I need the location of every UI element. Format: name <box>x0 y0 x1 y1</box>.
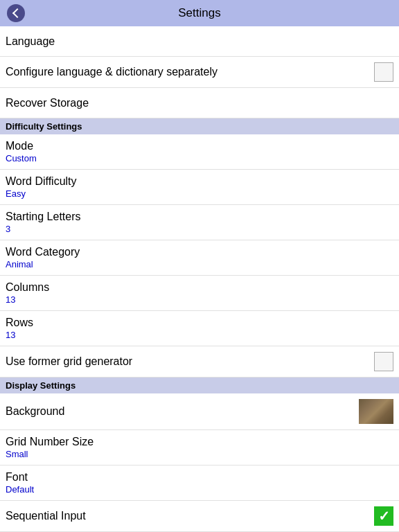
row-rows[interactable]: Rows 13 <box>0 311 399 346</box>
row-columns[interactable]: Columns 13 <box>0 276 399 311</box>
row-sequential-input[interactable]: Sequential Input <box>0 501 399 532</box>
sequential-input-label: Sequential Input <box>6 510 86 522</box>
use-former-grid-checkbox[interactable] <box>374 352 393 371</box>
mode-value: Custom <box>6 153 37 163</box>
word-category-value: Animal <box>6 259 80 269</box>
top-settings-section: Language Configure language & dictionary… <box>0 26 399 118</box>
grid-number-size-label: Grid Number Size <box>6 436 94 448</box>
starting-letters-value: 3 <box>6 224 81 234</box>
language-label: Language <box>6 35 55 48</box>
configure-language-checkbox[interactable] <box>374 62 393 82</box>
font-value: Default <box>6 484 34 495</box>
rows-label: Rows <box>6 317 33 329</box>
row-background[interactable]: Background <box>0 393 399 430</box>
font-label: Font <box>6 471 34 484</box>
title-bar: Settings <box>0 0 399 26</box>
starting-letters-label: Starting Letters <box>6 211 81 223</box>
row-configure-language[interactable]: Configure language & dictionary separate… <box>0 57 399 88</box>
row-mode[interactable]: Mode Custom <box>0 134 399 170</box>
row-use-former-grid[interactable]: Use former grid generator <box>0 346 399 378</box>
row-word-category[interactable]: Word Category Animal <box>0 240 399 276</box>
difficulty-settings-section: Mode Custom Word Difficulty Easy Startin… <box>0 134 399 378</box>
row-language[interactable]: Language <box>0 26 399 57</box>
row-recover-storage[interactable]: Recover Storage <box>0 88 399 118</box>
row-font[interactable]: Font Default <box>0 466 399 501</box>
use-former-grid-label: Use former grid generator <box>6 355 132 368</box>
columns-label: Columns <box>6 281 49 294</box>
display-section-header: Display Settings <box>0 378 399 393</box>
word-difficulty-label: Word Difficulty <box>6 175 77 188</box>
row-word-difficulty[interactable]: Word Difficulty Easy <box>0 170 399 205</box>
mode-label: Mode <box>6 140 37 152</box>
row-starting-letters[interactable]: Starting Letters 3 <box>0 205 399 240</box>
word-category-label: Word Category <box>6 246 80 258</box>
back-button[interactable] <box>7 4 25 22</box>
recover-storage-label: Recover Storage <box>6 97 89 109</box>
rows-value: 13 <box>6 330 33 340</box>
word-difficulty-value: Easy <box>6 188 77 199</box>
display-settings-section: Background Grid Number Size Small Font D… <box>0 393 399 532</box>
background-thumbnail <box>359 399 393 424</box>
row-grid-number-size[interactable]: Grid Number Size Small <box>0 430 399 466</box>
page-title: Settings <box>178 6 220 20</box>
background-label: Background <box>6 405 64 418</box>
sequential-input-checkbox[interactable] <box>374 506 393 526</box>
grid-number-size-value: Small <box>6 449 94 459</box>
difficulty-section-header: Difficulty Settings <box>0 118 399 134</box>
columns-value: 13 <box>6 294 49 305</box>
configure-language-label: Configure language & dictionary separate… <box>6 66 218 78</box>
